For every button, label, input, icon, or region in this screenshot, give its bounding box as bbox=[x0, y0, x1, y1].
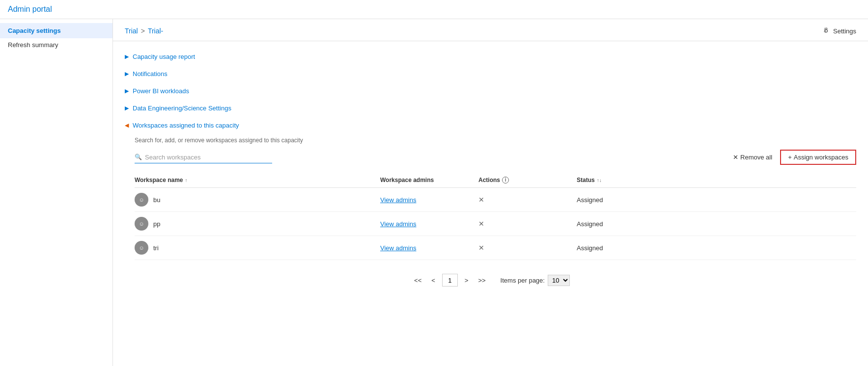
action-buttons: ✕ Remove all + Assign workspaces bbox=[733, 150, 856, 165]
workspace-label-2: tri bbox=[153, 244, 159, 252]
col-header-actions: Actions i bbox=[478, 177, 577, 183]
gear-icon bbox=[822, 27, 830, 35]
settings-link[interactable]: Settings bbox=[822, 27, 856, 35]
section-notifications-header[interactable]: ▶ Notifications bbox=[125, 66, 856, 81]
section-notifications: ▶ Notifications bbox=[125, 66, 856, 81]
table-header-row: Workspace name ↑ Workspace admins Action… bbox=[135, 173, 856, 188]
remove-all-x-icon: ✕ bbox=[733, 154, 738, 161]
section-workspaces: ◀ Workspaces assigned to this capacity S… bbox=[125, 118, 856, 290]
section-capacity-usage: ▶ Capacity usage report bbox=[125, 49, 856, 64]
status-cell-2: Assigned bbox=[577, 244, 675, 252]
pagination-row: << < 1 > >> Items per page: 10 20 50 bbox=[125, 270, 856, 290]
assign-workspaces-label: Assign workspaces bbox=[794, 154, 848, 161]
remove-workspace-0[interactable]: ✕ bbox=[478, 196, 484, 204]
workspace-name-cell-1: ☺ pp bbox=[135, 217, 380, 231]
workspace-label-0: bu bbox=[153, 196, 160, 204]
assign-workspaces-button[interactable]: + Assign workspaces bbox=[780, 150, 856, 165]
col-workspace-name-label: Workspace name bbox=[135, 177, 183, 183]
breadcrumb-separator: > bbox=[141, 27, 145, 35]
section-workspaces-label: Workspaces assigned to this capacity bbox=[133, 122, 239, 129]
main-content: Trial > Trial- Settings ▶ bbox=[113, 19, 868, 366]
items-per-page: Items per page: 10 20 50 bbox=[501, 275, 570, 286]
remove-all-button[interactable]: ✕ Remove all bbox=[733, 154, 772, 161]
sidebar-item-capacity-settings[interactable]: Capacity settings bbox=[0, 23, 112, 38]
avatar-0: ☺ bbox=[135, 193, 148, 207]
breadcrumb-trial-sub[interactable]: Trial- bbox=[148, 27, 163, 35]
table-row: ☺ tri View admins ✕ bbox=[135, 236, 856, 260]
admins-cell-0: View admins bbox=[380, 196, 478, 204]
workspace-label-1: pp bbox=[153, 220, 160, 228]
pagination-next-button[interactable]: > bbox=[462, 276, 472, 285]
status-badge-2: Assigned bbox=[577, 244, 603, 252]
search-actions-row: 🔍 ✕ Remove all + Assign works bbox=[125, 150, 856, 165]
status-badge-0: Assigned bbox=[577, 196, 603, 204]
status-badge-1: Assigned bbox=[577, 220, 603, 228]
remove-workspace-1[interactable]: ✕ bbox=[478, 220, 484, 228]
chevron-down-icon: ◀ bbox=[125, 122, 129, 129]
status-cell-0: Assigned bbox=[577, 196, 675, 204]
search-input[interactable] bbox=[145, 154, 272, 161]
sort-icon-status[interactable]: ↑↓ bbox=[597, 178, 602, 183]
admins-cell-1: View admins bbox=[380, 220, 478, 228]
chevron-right-icon-3: ▶ bbox=[125, 88, 129, 94]
content-area: ▶ Capacity usage report ▶ Notifications … bbox=[113, 41, 868, 300]
chevron-right-icon-4: ▶ bbox=[125, 105, 129, 111]
avatar-icon-2: ☺ bbox=[139, 245, 144, 251]
remove-workspace-2[interactable]: ✕ bbox=[478, 244, 484, 252]
sidebar-item-capacity-label: Capacity settings bbox=[8, 27, 61, 34]
section-workspaces-header[interactable]: ◀ Workspaces assigned to this capacity bbox=[125, 118, 856, 133]
pagination-first-button[interactable]: << bbox=[411, 276, 424, 285]
avatar-icon-0: ☺ bbox=[139, 197, 144, 203]
table-row: ☺ pp View admins ✕ bbox=[135, 212, 856, 236]
app-title: Admin portal bbox=[8, 5, 52, 13]
actions-cell-2: ✕ bbox=[478, 244, 577, 252]
pagination-prev-button[interactable]: < bbox=[428, 276, 438, 285]
workspace-section: Search for, add, or remove workspaces as… bbox=[125, 137, 856, 290]
breadcrumb-bar: Trial > Trial- Settings bbox=[113, 19, 868, 41]
view-admins-link-1[interactable]: View admins bbox=[380, 220, 416, 228]
table-row: ☺ bu View admins ✕ bbox=[135, 188, 856, 212]
items-per-page-label: Items per page: bbox=[501, 277, 545, 284]
search-icon: 🔍 bbox=[135, 154, 142, 160]
section-powerbi-header[interactable]: ▶ Power BI workloads bbox=[125, 83, 856, 99]
section-powerbi-workloads: ▶ Power BI workloads bbox=[125, 83, 856, 99]
pagination-last-button[interactable]: >> bbox=[475, 276, 488, 285]
section-capacity-usage-label: Capacity usage report bbox=[133, 53, 195, 60]
app-header: Admin portal bbox=[0, 0, 868, 19]
main-layout: Capacity settings Refresh summary Trial … bbox=[0, 19, 868, 366]
actions-info-icon[interactable]: i bbox=[502, 177, 509, 183]
avatar-2: ☺ bbox=[135, 241, 148, 255]
col-header-workspace-name: Workspace name ↑ bbox=[135, 177, 380, 183]
items-per-page-select[interactable]: 10 20 50 bbox=[548, 275, 570, 286]
sidebar-item-refresh-summary[interactable]: Refresh summary bbox=[0, 38, 112, 52]
section-capacity-usage-header[interactable]: ▶ Capacity usage report bbox=[125, 49, 856, 64]
chevron-right-icon: ▶ bbox=[125, 53, 129, 60]
breadcrumb: Trial > Trial- bbox=[125, 27, 163, 35]
search-box: 🔍 bbox=[135, 152, 272, 163]
avatar-1: ☺ bbox=[135, 217, 148, 231]
admins-cell-2: View admins bbox=[380, 244, 478, 252]
actions-cell-1: ✕ bbox=[478, 220, 577, 228]
col-status-label: Status bbox=[577, 177, 595, 183]
col-header-status: Status ↑↓ bbox=[577, 177, 675, 183]
breadcrumb-trial[interactable]: Trial bbox=[125, 27, 138, 35]
chevron-right-icon-2: ▶ bbox=[125, 71, 129, 77]
col-workspace-admins-label: Workspace admins bbox=[380, 177, 434, 183]
col-header-workspace-admins: Workspace admins bbox=[380, 177, 478, 183]
section-data-engineering-header[interactable]: ▶ Data Engineering/Science Settings bbox=[125, 101, 856, 116]
section-powerbi-label: Power BI workloads bbox=[133, 87, 189, 95]
actions-cell-0: ✕ bbox=[478, 196, 577, 204]
sidebar-item-refresh-label: Refresh summary bbox=[8, 41, 58, 49]
sort-icon-workspace-name[interactable]: ↑ bbox=[185, 178, 188, 183]
remove-all-label: Remove all bbox=[740, 154, 772, 161]
app-container: Admin portal Capacity settings Refresh s… bbox=[0, 0, 868, 366]
workspace-description: Search for, add, or remove workspaces as… bbox=[125, 137, 856, 144]
workspace-name-cell-0: ☺ bu bbox=[135, 193, 380, 207]
view-admins-link-0[interactable]: View admins bbox=[380, 196, 416, 204]
section-notifications-label: Notifications bbox=[133, 70, 168, 78]
workspace-name-cell-2: ☺ tri bbox=[135, 241, 380, 255]
view-admins-link-2[interactable]: View admins bbox=[380, 244, 416, 252]
avatar-icon-1: ☺ bbox=[139, 221, 144, 227]
sidebar: Capacity settings Refresh summary bbox=[0, 19, 113, 366]
pagination-page-input[interactable]: 1 bbox=[442, 274, 458, 287]
